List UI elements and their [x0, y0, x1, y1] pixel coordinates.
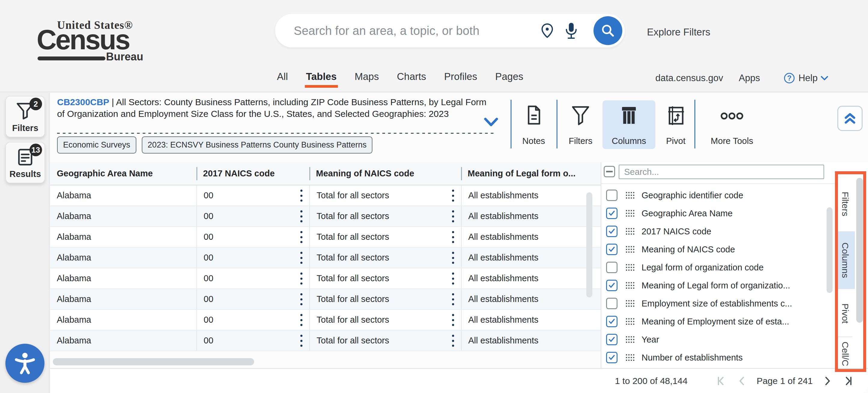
column-header[interactable]: 2017 NAICS code — [196, 162, 309, 185]
drag-handle-icon[interactable] — [625, 245, 635, 253]
column-header[interactable]: Meaning of Legal form o... — [461, 162, 601, 185]
cell-value: Total for all sectors — [316, 294, 389, 304]
location-pin-icon[interactable] — [539, 22, 556, 39]
cell-menu-kebab-icon[interactable] — [300, 210, 303, 222]
column-list-item: Meaning of Legal form of organizatio... — [601, 276, 835, 295]
cell-value: All establishments — [468, 273, 538, 283]
column-item-label: Meaning of Legal form of organizatio... — [642, 281, 790, 291]
table-vertical-scrollbar[interactable] — [586, 192, 592, 298]
strip-vertical-scrollbar[interactable] — [856, 178, 863, 323]
cell-menu-kebab-icon[interactable] — [452, 273, 455, 284]
cell-menu-kebab-icon[interactable] — [452, 231, 455, 243]
column-checkbox[interactable] — [606, 262, 618, 273]
table-cell: 00 — [196, 206, 309, 226]
tab-pages[interactable]: Pages — [495, 71, 524, 88]
title-dashed-underline — [57, 133, 496, 134]
tab-all[interactable]: All — [277, 71, 288, 88]
column-checkbox[interactable] — [606, 280, 618, 291]
cell-menu-kebab-icon[interactable] — [300, 189, 303, 202]
tab-tables[interactable]: Tables — [306, 71, 337, 88]
cell-value: 00 — [204, 336, 213, 345]
drag-handle-icon[interactable] — [625, 191, 635, 200]
panel-vertical-scrollbar[interactable] — [827, 207, 833, 293]
toolbar-filters-button[interactable]: Filters — [560, 100, 601, 149]
table-cell: All establishments — [461, 268, 601, 289]
drag-handle-icon[interactable] — [625, 227, 635, 236]
columns-search-input[interactable] — [619, 165, 824, 179]
toolbar-pivot-label: Pivot — [666, 136, 685, 146]
next-page-button[interactable] — [820, 374, 834, 388]
column-checkbox[interactable] — [606, 352, 618, 363]
search-input[interactable] — [293, 17, 523, 44]
drag-handle-icon[interactable] — [625, 353, 635, 362]
grid-header-row: Geographic Area Name2017 NAICS codeMeani… — [50, 162, 601, 185]
cell-value: Total for all sectors — [316, 273, 389, 283]
cell-menu-kebab-icon[interactable] — [452, 335, 455, 347]
title-expand-chevron-icon[interactable] — [483, 117, 499, 129]
toolbar-pivot-button[interactable]: Pivot — [658, 100, 694, 149]
notes-button[interactable]: Notes — [512, 100, 555, 149]
column-list-item: Meaning of Employment size of esta... — [601, 312, 835, 331]
cell-value: Alabama — [57, 273, 91, 283]
column-checkbox[interactable] — [606, 298, 618, 309]
microphone-icon[interactable] — [563, 22, 580, 40]
cell-menu-kebab-icon[interactable] — [452, 189, 455, 202]
cell-menu-kebab-icon[interactable] — [452, 293, 455, 305]
column-item-label: Year — [642, 335, 659, 344]
cell-menu-kebab-icon[interactable] — [300, 252, 303, 264]
sidebar-results-button[interactable]: 13 Results — [5, 142, 45, 183]
survey-tag[interactable]: 2023: ECNSVY Business Patterns County Bu… — [142, 137, 373, 154]
side-tab-filters[interactable]: Filters — [836, 177, 855, 231]
column-checkbox[interactable] — [606, 225, 618, 237]
column-checkbox[interactable] — [606, 189, 618, 201]
data-census-gov-app: United States® Census Bureau Explore Fil… — [0, 0, 868, 393]
cell-value: All establishments — [468, 211, 538, 221]
cell-menu-kebab-icon[interactable] — [300, 293, 303, 305]
column-header[interactable]: Meaning of NAICS code — [309, 162, 461, 185]
link-data-census-gov[interactable]: data.census.gov — [655, 73, 723, 84]
cell-menu-kebab-icon[interactable] — [300, 314, 303, 326]
drag-handle-icon[interactable] — [625, 299, 635, 308]
cell-menu-kebab-icon[interactable] — [452, 210, 455, 222]
survey-tag[interactable]: Economic Surveys — [57, 137, 136, 154]
collapse-header-button[interactable] — [837, 106, 863, 131]
drag-handle-icon[interactable] — [625, 335, 635, 344]
double-chevron-up-icon — [842, 111, 858, 126]
previous-page-button[interactable] — [735, 374, 749, 388]
column-checkbox[interactable] — [606, 334, 618, 345]
horizontal-scrollbar[interactable] — [53, 358, 254, 365]
table-cell: Alabama — [50, 206, 196, 226]
accessibility-button[interactable] — [5, 344, 44, 383]
side-tab-columns[interactable]: Columns — [836, 231, 855, 289]
cell-menu-kebab-icon[interactable] — [452, 314, 455, 326]
side-tab-cellc[interactable]: Cell/C — [836, 339, 855, 368]
column-checkbox[interactable] — [606, 316, 618, 327]
first-page-button[interactable] — [715, 374, 728, 388]
select-all-checkbox[interactable] — [604, 166, 615, 177]
last-page-button[interactable] — [841, 374, 855, 388]
search-submit-button[interactable] — [593, 16, 622, 45]
tab-profiles[interactable]: Profiles — [444, 71, 477, 88]
explore-filters-link[interactable]: Explore Filters — [647, 26, 710, 38]
link-apps[interactable]: Apps — [739, 73, 760, 84]
tab-maps[interactable]: Maps — [355, 71, 379, 88]
sidebar-filters-button[interactable]: 2 Filters — [5, 96, 45, 137]
drag-handle-icon[interactable] — [625, 263, 635, 272]
tab-charts[interactable]: Charts — [397, 71, 426, 88]
cell-menu-kebab-icon[interactable] — [300, 231, 303, 243]
column-checkbox[interactable] — [606, 244, 618, 255]
minus-icon — [606, 171, 613, 173]
column-checkbox[interactable] — [606, 208, 618, 219]
cell-menu-kebab-icon[interactable] — [300, 335, 303, 347]
more-tools-button[interactable]: More Tools — [700, 100, 764, 149]
drag-handle-icon[interactable] — [625, 209, 635, 217]
table-id[interactable]: CB2300CBP — [57, 97, 109, 107]
drag-handle-icon[interactable] — [625, 281, 635, 290]
toolbar-columns-button[interactable]: Columns — [602, 100, 655, 149]
drag-handle-icon[interactable] — [625, 317, 635, 326]
cell-menu-kebab-icon[interactable] — [300, 273, 303, 284]
side-tab-pivot[interactable]: Pivot — [836, 293, 855, 333]
help-menu[interactable]: ? Help — [783, 72, 828, 84]
column-header[interactable]: Geographic Area Name — [50, 162, 196, 185]
cell-menu-kebab-icon[interactable] — [452, 252, 455, 264]
